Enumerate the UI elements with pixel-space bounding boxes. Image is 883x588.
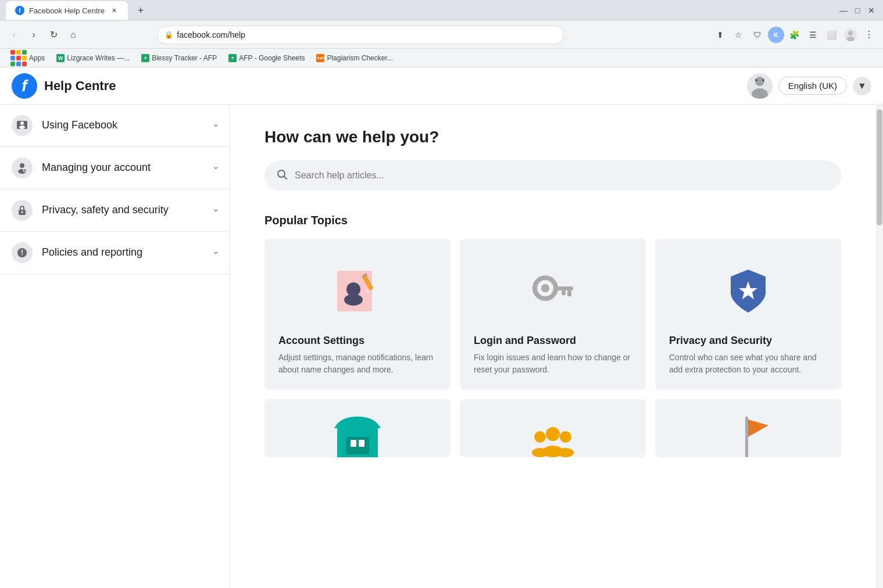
- bookmark-plagiarism[interactable]: sst Plagiarism Checker...: [312, 51, 397, 65]
- home-button[interactable]: ⌂: [65, 27, 81, 43]
- bookmark-apps-label: Apps: [29, 54, 45, 62]
- card-desc-privacy-security: Control who can see what you share and a…: [669, 352, 827, 376]
- svg-point-9: [20, 121, 24, 125]
- reading-list-icon[interactable]: ☰: [805, 27, 821, 43]
- card-icon-account-settings: [278, 256, 437, 325]
- svg-point-6: [755, 79, 757, 81]
- using-facebook-icon: [12, 115, 33, 136]
- sidebar: Using Facebook › Managing your account: [0, 105, 230, 588]
- user-avatar-icon[interactable]: [842, 27, 859, 43]
- chevron-icon-managing-account: ›: [210, 166, 221, 169]
- window-controls: — □ ✕: [838, 5, 877, 16]
- bottom-card-2[interactable]: [460, 399, 646, 457]
- svg-point-29: [541, 284, 549, 292]
- managing-account-label: Managing your account: [42, 161, 205, 174]
- close-button[interactable]: ✕: [866, 5, 877, 16]
- bookmark-lizgrace-label: Lizgrace Writes —...: [67, 54, 130, 62]
- browser-menu-button[interactable]: ⋮: [861, 27, 877, 43]
- search-icon: [276, 168, 288, 183]
- back-button[interactable]: ‹: [6, 27, 22, 43]
- card-icon-privacy-security: [669, 256, 827, 325]
- fb-help-header: f Help Centre English (UK) ▼: [0, 67, 883, 105]
- using-facebook-label: Using Facebook: [42, 119, 205, 132]
- svg-point-2: [846, 37, 855, 41]
- privacy-safety-label: Privacy, safety and security: [42, 203, 205, 217]
- maximize-button[interactable]: □: [852, 5, 863, 16]
- svg-point-43: [557, 448, 574, 457]
- extensions-icon[interactable]: 🧩: [787, 27, 803, 43]
- share-icon[interactable]: ⬆: [712, 27, 728, 43]
- refresh-button[interactable]: ↻: [45, 27, 62, 43]
- active-tab[interactable]: f Facebook Help Centre ✕: [6, 1, 128, 20]
- svg-point-24: [344, 294, 363, 306]
- browser-scrollbar[interactable]: [876, 105, 883, 588]
- svg-rect-32: [562, 291, 566, 295]
- search-input[interactable]: [295, 170, 830, 181]
- address-bar-row: ‹ › ↻ ⌂ 🔒 facebook.com/help ⬆ ☆ 🛡 K 🧩 ☰ …: [0, 21, 883, 49]
- lock-icon: 🔒: [165, 31, 173, 39]
- search-box[interactable]: [264, 160, 841, 191]
- title-bar: f Facebook Help Centre ✕ + — □ ✕: [0, 0, 883, 21]
- popular-topics-heading: Popular Topics: [264, 214, 841, 227]
- sidebar-item-policies-reporting[interactable]: ! Policies and reporting ›: [0, 232, 229, 274]
- bottom-cards-row: [264, 399, 841, 457]
- svg-rect-36: [351, 440, 356, 447]
- help-centre-title: Help Centre: [44, 78, 116, 94]
- content-area: How can we help you? Popular Topics: [230, 105, 876, 588]
- bookmark-afp-label: AFP - Google Sheets: [239, 54, 305, 62]
- bookmark-plagiarism-label: Plagiarism Checker...: [327, 54, 392, 62]
- chevron-icon-privacy-safety: ›: [210, 209, 221, 211]
- card-title-login-password: Login and Password: [474, 335, 632, 347]
- card-title-account-settings: Account Settings: [278, 335, 437, 347]
- new-tab-button[interactable]: +: [133, 2, 149, 19]
- language-dropdown-button[interactable]: ▼: [853, 77, 871, 95]
- bookmark-star-icon[interactable]: ☆: [731, 27, 747, 43]
- chevron-icon-using-facebook: ›: [210, 124, 221, 127]
- bookmark-afp[interactable]: + AFP - Google Sheets: [224, 51, 309, 65]
- managing-account-icon: [12, 157, 33, 178]
- profile-letter-icon[interactable]: K: [768, 27, 784, 43]
- bookmark-lizgrace[interactable]: W Lizgrace Writes —...: [52, 51, 134, 65]
- policies-reporting-icon: !: [12, 242, 33, 263]
- bookmark-blessy[interactable]: + Blessy Tracker - AFP: [137, 51, 221, 65]
- forward-button[interactable]: ›: [26, 27, 42, 43]
- sidebar-item-privacy-safety[interactable]: Privacy, safety and security ›: [0, 189, 229, 232]
- bottom-card-1[interactable]: [264, 399, 451, 457]
- card-desc-account-settings: Adjust settings, manage notifications, l…: [278, 352, 437, 376]
- chevron-icon-policies-reporting: ›: [210, 251, 221, 254]
- toolbar-icons: ⬆ ☆ 🛡 K 🧩 ☰ ⬜ ⋮: [712, 27, 877, 43]
- user-avatar[interactable]: [747, 73, 773, 99]
- minimize-button[interactable]: —: [838, 5, 849, 16]
- svg-point-10: [19, 126, 25, 129]
- split-screen-icon[interactable]: ⬜: [824, 27, 840, 43]
- card-account-settings[interactable]: Account Settings Adjust settings, manage…: [264, 239, 451, 390]
- bottom-card-3[interactable]: [655, 399, 841, 457]
- facebook-logo-letter: f: [22, 77, 27, 95]
- tab-close-button[interactable]: ✕: [109, 6, 119, 15]
- sidebar-item-managing-account[interactable]: Managing your account ›: [0, 147, 229, 189]
- card-icon-login-password: [474, 256, 632, 325]
- svg-point-38: [546, 427, 560, 441]
- svg-point-40: [560, 431, 571, 443]
- blessy-favicon: +: [141, 54, 149, 62]
- topic-cards-grid: Account Settings Adjust settings, manage…: [264, 239, 841, 390]
- address-bar[interactable]: 🔒 facebook.com/help: [157, 26, 564, 44]
- svg-point-1: [848, 31, 853, 35]
- plagiarism-favicon: sst: [316, 54, 324, 62]
- chevron-down-icon: ▼: [857, 81, 867, 91]
- facebook-logo[interactable]: f: [12, 73, 37, 99]
- tab-bar: f Facebook Help Centre ✕ +: [6, 1, 149, 20]
- lizgrace-favicon: W: [56, 54, 65, 62]
- language-button[interactable]: English (UK): [778, 77, 847, 95]
- card-privacy-security[interactable]: Privacy and Security Control who can see…: [655, 239, 841, 390]
- bookmark-apps[interactable]: Apps: [6, 51, 49, 65]
- extension-shield-icon[interactable]: 🛡: [749, 27, 766, 43]
- card-login-password[interactable]: Login and Password Fix login issues and …: [460, 239, 646, 390]
- tab-title: Facebook Help Centre: [29, 6, 105, 15]
- sidebar-item-using-facebook[interactable]: Using Facebook ›: [0, 105, 229, 147]
- privacy-safety-icon: [12, 200, 33, 221]
- bookmark-blessy-label: Blessy Tracker - AFP: [152, 54, 217, 62]
- scrollbar-thumb[interactable]: [877, 109, 882, 225]
- header-right: English (UK) ▼: [747, 73, 871, 99]
- url-display: facebook.com/help: [177, 30, 556, 40]
